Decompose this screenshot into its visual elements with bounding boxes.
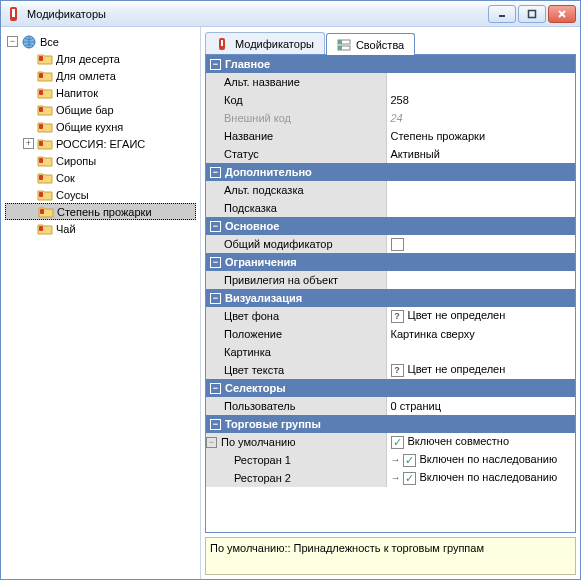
tree-label: РОССИЯ: ЕГАИС xyxy=(56,138,145,150)
tab-properties[interactable]: Свойства xyxy=(326,33,415,55)
tree-label: Сок xyxy=(56,172,75,184)
svg-rect-11 xyxy=(39,124,43,129)
status-text: По умолчанию:: Принадлежность к торговым… xyxy=(210,542,484,554)
tree-item[interactable]: Соусы xyxy=(5,186,196,203)
checkbox[interactable] xyxy=(391,436,404,449)
prop-status[interactable]: СтатусАктивный xyxy=(206,145,575,163)
folder-icon xyxy=(37,85,53,101)
collapse-icon[interactable]: − xyxy=(210,167,221,178)
right-panel: Модификаторы Свойства −Главное Альт. наз… xyxy=(201,27,580,579)
tree-item[interactable]: Напиток xyxy=(5,84,196,101)
subgroup-default[interactable]: −По умолчаниюВключен совместно xyxy=(206,433,575,451)
spacer xyxy=(23,70,34,81)
undefined-color-icon: ? xyxy=(391,364,404,377)
prop-alt-hint[interactable]: Альт. подсказка xyxy=(206,181,575,199)
collapse-icon[interactable]: − xyxy=(206,437,217,448)
tree-item[interactable]: Сиропы xyxy=(5,152,196,169)
tree-item[interactable]: +РОССИЯ: ЕГАИС xyxy=(5,135,196,152)
tree-item[interactable]: Общие бар xyxy=(5,101,196,118)
tree-panel[interactable]: − Все Для десертаДля омлетаНапитокОбщие … xyxy=(1,27,201,579)
prop-fg-color[interactable]: Цвет текста?Цвет не определен xyxy=(206,361,575,379)
prop-bg-color[interactable]: Цвет фона?Цвет не определен xyxy=(206,307,575,325)
tree-label: Общие бар xyxy=(56,104,114,116)
tree-label: Все xyxy=(40,36,59,48)
group-restrict[interactable]: −Ограничения xyxy=(206,253,575,271)
window: Модификаторы − Все Для десертаДля омлета… xyxy=(0,0,581,580)
group-trade[interactable]: −Торговые группы xyxy=(206,415,575,433)
folder-icon xyxy=(37,187,53,203)
spacer xyxy=(23,172,34,183)
tree-item[interactable]: Сок xyxy=(5,169,196,186)
svg-rect-3 xyxy=(529,10,536,17)
client-area: − Все Для десертаДля омлетаНапитокОбщие … xyxy=(1,27,580,579)
property-grid[interactable]: −Главное Альт. название Код258 Внешний к… xyxy=(205,55,576,533)
folder-icon xyxy=(37,170,53,186)
prop-picture[interactable]: Картинка xyxy=(206,343,575,361)
svg-rect-15 xyxy=(39,192,43,197)
window-title: Модификаторы xyxy=(27,8,488,20)
globe-icon xyxy=(21,34,37,50)
tab-label: Модификаторы xyxy=(235,38,314,50)
tab-bar: Модификаторы Свойства xyxy=(205,31,576,55)
close-button[interactable] xyxy=(548,5,576,23)
tree-item[interactable]: Общие кухня xyxy=(5,118,196,135)
minimize-button[interactable] xyxy=(488,5,516,23)
checkbox[interactable] xyxy=(403,472,416,485)
svg-rect-22 xyxy=(338,40,342,44)
prop-restaurant-1[interactable]: Ресторан 1→Включен по наследованию xyxy=(206,451,575,469)
prop-restaurant-2[interactable]: Ресторан 2→Включен по наследованию xyxy=(206,469,575,487)
collapse-icon[interactable]: − xyxy=(210,221,221,232)
folder-icon xyxy=(37,153,53,169)
svg-rect-17 xyxy=(39,226,43,231)
tree-root[interactable]: − Все xyxy=(5,33,196,50)
collapse-icon[interactable]: − xyxy=(210,419,221,430)
group-extra[interactable]: −Дополнительно xyxy=(206,163,575,181)
spacer xyxy=(23,87,34,98)
checkbox[interactable] xyxy=(391,238,404,251)
tree-item[interactable]: Чай xyxy=(5,220,196,237)
collapse-icon[interactable]: − xyxy=(210,59,221,70)
tab-modifiers[interactable]: Модификаторы xyxy=(205,32,325,54)
checkbox[interactable] xyxy=(403,454,416,467)
collapse-icon[interactable]: − xyxy=(7,36,18,47)
modifier-icon xyxy=(216,37,230,51)
group-visual[interactable]: −Визуализация xyxy=(206,289,575,307)
tree-item[interactable]: Степень прожарки xyxy=(5,203,196,220)
tree-label: Сиропы xyxy=(56,155,96,167)
prop-hint[interactable]: Подсказка xyxy=(206,199,575,217)
collapse-icon[interactable]: − xyxy=(210,293,221,304)
properties-icon xyxy=(337,38,351,52)
prop-ext-code: Внешний код24 xyxy=(206,109,575,127)
spacer xyxy=(23,155,34,166)
prop-code[interactable]: Код258 xyxy=(206,91,575,109)
tree-label: Степень прожарки xyxy=(57,206,152,218)
svg-rect-12 xyxy=(39,141,43,146)
expand-icon[interactable]: + xyxy=(23,138,34,149)
tree-label: Для омлета xyxy=(56,70,116,82)
spacer xyxy=(23,189,34,200)
group-selectors[interactable]: −Селекторы xyxy=(206,379,575,397)
undefined-color-icon: ? xyxy=(391,310,404,323)
group-main[interactable]: −Главное xyxy=(206,55,575,73)
prop-name[interactable]: НазваниеСтепень прожарки xyxy=(206,127,575,145)
prop-common-mod[interactable]: Общий модификатор xyxy=(206,235,575,253)
group-basic[interactable]: −Основное xyxy=(206,217,575,235)
spacer xyxy=(23,223,34,234)
spacer xyxy=(24,206,35,217)
prop-alt-name[interactable]: Альт. название xyxy=(206,73,575,91)
folder-icon xyxy=(38,204,54,220)
collapse-icon[interactable]: − xyxy=(210,383,221,394)
tree-item[interactable]: Для омлета xyxy=(5,67,196,84)
prop-position[interactable]: ПоложениеКартинка сверху xyxy=(206,325,575,343)
prop-privilege[interactable]: Привилегия на объект xyxy=(206,271,575,289)
spacer xyxy=(23,121,34,132)
window-buttons xyxy=(488,5,576,23)
tree-item[interactable]: Для десерта xyxy=(5,50,196,67)
prop-user[interactable]: Пользователь0 страниц xyxy=(206,397,575,415)
status-bar: По умолчанию:: Принадлежность к торговым… xyxy=(205,537,576,575)
maximize-button[interactable] xyxy=(518,5,546,23)
inherit-icon: → xyxy=(391,472,401,483)
tree-label: Для десерта xyxy=(56,53,120,65)
titlebar: Модификаторы xyxy=(1,1,580,27)
collapse-icon[interactable]: − xyxy=(210,257,221,268)
